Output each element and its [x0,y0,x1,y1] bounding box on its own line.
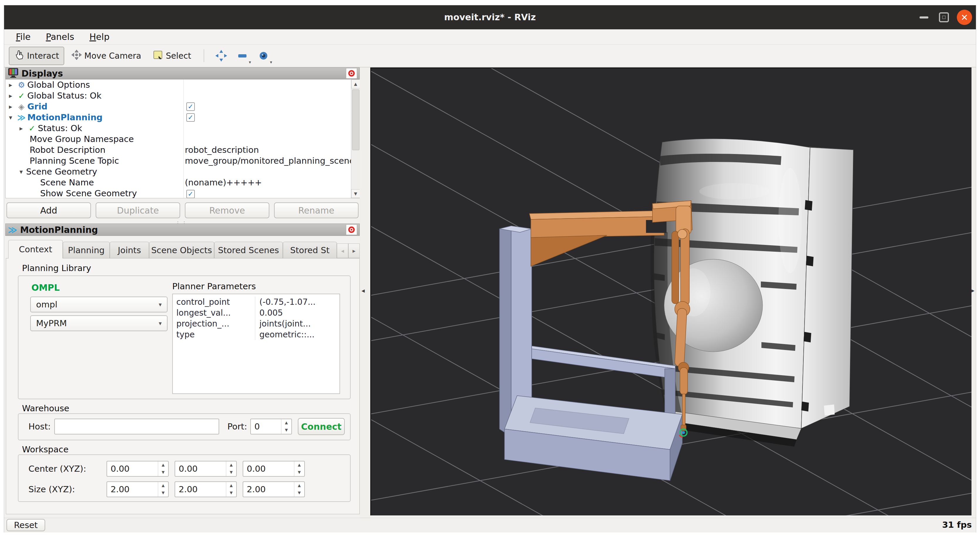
title-bar[interactable]: moveit.rviz* - RViz ✕ [4,5,976,30]
spin-down-icon[interactable]: ▼ [294,469,304,476]
spin-up-icon[interactable]: ▲ [158,462,168,469]
connect-button[interactable]: Connect [298,418,345,435]
center-y-spinner[interactable]: 0.00 ▲▼ [175,461,237,477]
expander-icon[interactable]: ▸ [6,101,16,112]
planning-scene-topic-value[interactable]: move_group/monitored_planning_scene [185,156,355,166]
spin-down-icon[interactable]: ▼ [158,469,168,476]
move-arrows-icon [71,49,82,62]
select-tool-button[interactable]: Select [148,47,196,65]
displays-close-button[interactable] [346,68,357,79]
expander-icon[interactable]: ▸ [6,90,16,101]
spin-up-icon[interactable]: ▲ [282,419,291,427]
close-icon: ✕ [957,10,972,25]
collapse-left-icon[interactable]: ◂ [361,287,365,294]
param-row[interactable]: control_point (-0.75,-1.07... [173,296,339,307]
displays-tree[interactable]: ▸ ⚙ Global Options ▸ ✓ Global Status: Ok… [5,79,360,198]
expander-icon[interactable]: ▸ [6,80,16,90]
tab-scene-objects[interactable]: Scene Objects [149,242,214,258]
size-x-spinner[interactable]: 2.00 ▲▼ [107,481,169,497]
planner-parameters-table[interactable]: control_point (-0.75,-1.07... longest_va… [172,294,340,394]
measure-tool-button[interactable]: ▾ [233,47,252,65]
robot-description-value[interactable]: robot_description [185,145,259,156]
tree-row-robot-description[interactable]: Robot Description robot_description [6,145,360,156]
tree-row-planning-scene-topic[interactable]: Planning Scene Topic move_group/monitore… [6,156,360,166]
rviz-window: moveit.rviz* - RViz ✕ File Panels Help I… [4,5,976,532]
menu-panels[interactable]: Panels [38,29,82,45]
param-row[interactable]: type geometric::... [173,329,339,340]
scroll-down-button[interactable]: ▼ [351,189,360,198]
spin-down-icon[interactable]: ▼ [226,489,236,497]
show-scene-geometry-checkbox[interactable]: ✓ [186,190,195,198]
toolbar-separator [204,49,204,62]
tab-stored-scenes[interactable]: Stored Scenes [214,242,283,258]
tab-stored-states[interactable]: Stored St [283,242,337,258]
move-camera-tool-button[interactable]: Move Camera [67,47,146,65]
scroll-up-button[interactable]: ▲ [351,80,360,88]
motionplanning-enabled-checkbox[interactable]: ✓ [186,113,195,122]
minimize-button[interactable] [916,10,932,25]
tree-row-global-options[interactable]: ▸ ⚙ Global Options [6,80,360,90]
expander-icon[interactable]: ▸ [16,123,26,134]
focus-camera-tool-button[interactable] [212,47,231,65]
port-spinner[interactable]: 0 ▲▼ [250,419,292,435]
spin-up-icon[interactable]: ▲ [294,482,304,489]
close-button[interactable]: ✕ [956,10,972,25]
displays-scrollbar[interactable]: ▲ ▼ [351,80,360,198]
tab-joints[interactable]: Joints [110,242,149,258]
menu-help[interactable]: Help [82,29,117,45]
spin-up-icon[interactable]: ▲ [226,462,236,469]
interact-tool-button[interactable]: Interact [9,47,64,65]
rename-display-button: Rename [274,202,358,218]
planning-library-label: Planning Library [22,263,91,273]
tree-row-show-scene-geometry[interactable]: Show Scene Geometry ✓ [6,188,360,198]
spin-up-icon[interactable]: ▲ [226,482,236,489]
planner-dropdown[interactable]: MyPRM ▾ [30,315,167,331]
add-display-button[interactable]: Add [6,202,91,218]
tab-context[interactable]: Context [8,240,63,258]
scrollbar-thumb[interactable] [352,89,360,150]
fps-counter: 31 fps [942,520,972,530]
grid-enabled-checkbox[interactable]: ✓ [186,102,195,111]
3d-viewport[interactable] [370,67,972,516]
tree-row-global-status[interactable]: ▸ ✓ Global Status: Ok [6,90,360,101]
tree-row-status-ok[interactable]: ▸ ✓ Status: Ok [6,123,360,134]
size-z-spinner[interactable]: 2.00 ▲▼ [243,481,305,497]
panel-viewport-splitter[interactable]: ◂ [360,67,370,518]
size-y-spinner[interactable]: 2.00 ▲▼ [175,481,237,497]
scene-name-value[interactable]: (noname)+++++ [185,177,262,188]
motionplanning-close-button[interactable] [346,224,357,235]
spin-down-icon[interactable]: ▼ [226,469,236,476]
maximize-button[interactable] [936,10,952,25]
collapse-right-icon[interactable]: ▸ [972,287,974,294]
viewport-right-splitter[interactable]: ▸ [972,67,976,518]
expander-icon[interactable]: ▾ [6,112,16,123]
tree-row-scene-geometry[interactable]: ▾ Scene Geometry [6,166,360,177]
warehouse-label: Warehouse [22,403,69,413]
tree-row-scene-name[interactable]: Scene Name (noname)+++++ [6,177,360,188]
center-z-spinner[interactable]: 0.00 ▲▼ [243,461,305,477]
spin-up-icon[interactable]: ▲ [158,482,168,489]
tree-row-grid[interactable]: ▸ ◈ Grid ✓ [6,101,360,112]
tab-scroll-left-button[interactable]: ◂ [337,244,348,258]
motionplanning-panel-header[interactable]: ≫ MotionPlanning [5,223,360,236]
status-ok-icon: ✓ [16,90,27,101]
publish-point-tool-button[interactable]: ▾ [254,47,273,65]
tree-row-move-group-namespace[interactable]: Move Group Namespace [6,134,360,145]
spin-down-icon[interactable]: ▼ [158,489,168,497]
param-row[interactable]: longest_val... 0.005 [173,307,339,318]
spin-down-icon[interactable]: ▼ [294,489,304,497]
expander-icon[interactable]: ▾ [16,166,26,177]
motionplanning-panel-title: MotionPlanning [20,225,98,235]
menu-file[interactable]: File [8,29,38,45]
spin-up-icon[interactable]: ▲ [294,462,304,469]
tree-row-motionplanning[interactable]: ▾ ≫ MotionPlanning ✓ [6,112,360,123]
center-x-spinner[interactable]: 0.00 ▲▼ [107,461,169,477]
param-row[interactable]: projection_... joints(joint... [173,318,339,329]
library-dropdown[interactable]: ompl ▾ [30,296,167,312]
displays-panel-header[interactable]: Displays [5,67,360,79]
reset-button[interactable]: Reset [6,519,45,531]
tab-scroll-right-button[interactable]: ▸ [348,244,360,258]
host-input[interactable] [54,419,219,435]
spin-down-icon[interactable]: ▼ [282,427,291,434]
tab-planning[interactable]: Planning [63,242,110,258]
